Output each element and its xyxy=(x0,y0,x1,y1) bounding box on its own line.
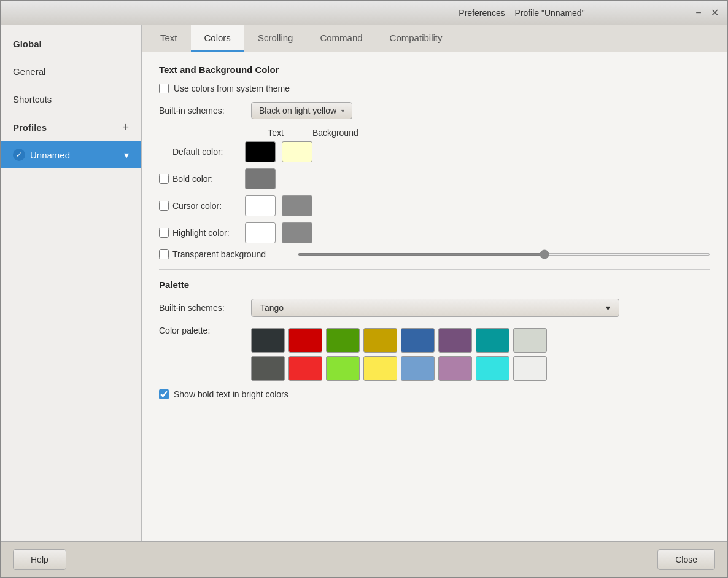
bold-color-checkbox[interactable] xyxy=(159,174,169,184)
bold-color-row: Bold color: xyxy=(159,168,710,189)
main-content: Global General Shortcuts Profiles + ✓ Un… xyxy=(1,25,727,541)
use-system-theme-checkbox[interactable] xyxy=(159,84,169,93)
palette-scheme-dropdown[interactable]: Tango ▾ xyxy=(251,299,619,317)
sidebar: Global General Shortcuts Profiles + ✓ Un… xyxy=(1,25,142,541)
palette-swatch-9[interactable] xyxy=(288,356,322,381)
bold-color-label: Bold color: xyxy=(159,174,239,184)
main-window: Preferences – Profile "Unnamed" − ✕ Glob… xyxy=(0,0,728,578)
tab-content-colors: Text and Background Color Use colors fro… xyxy=(142,52,727,541)
palette-color-label: Color palette: xyxy=(159,326,245,335)
tab-text[interactable]: Text xyxy=(147,25,191,52)
window-title: Preferences – Profile "Unnamed" xyxy=(350,8,693,18)
transparency-slider[interactable] xyxy=(298,253,710,256)
palette-swatch-7[interactable] xyxy=(513,328,547,353)
titlebar-controls: − ✕ xyxy=(693,7,720,18)
sidebar-item-unnamed[interactable]: ✓ Unnamed ▾ xyxy=(1,141,141,168)
cursor-color-label: Cursor color: xyxy=(159,201,239,211)
help-button[interactable]: Help xyxy=(13,549,66,570)
sidebar-item-general[interactable]: General xyxy=(1,58,141,85)
highlight-color-checkbox[interactable] xyxy=(159,228,169,238)
show-bold-label: Show bold text in bright colors xyxy=(174,389,288,399)
palette-built-in-label: Built-in schemes: xyxy=(159,303,245,313)
profiles-label: Profiles xyxy=(13,122,47,133)
show-bold-checkbox[interactable] xyxy=(159,389,169,399)
tab-compatibility[interactable]: Compatibility xyxy=(376,25,456,52)
highlight-bg-color-swatch[interactable] xyxy=(282,222,312,243)
profile-checkmark: ✓ xyxy=(13,149,25,161)
built-in-schemes-label: Built-in schemes: xyxy=(159,106,245,115)
palette-swatch-12[interactable] xyxy=(401,356,435,381)
palette-row-1 xyxy=(251,328,547,353)
section-title-palette: Palette xyxy=(159,279,710,290)
palette-colors-row: Color palette: xyxy=(159,326,710,381)
profile-dropdown-icon[interactable]: ▾ xyxy=(124,149,129,161)
show-bold-row: Show bold text in bright colors xyxy=(159,389,710,399)
palette-swatch-0[interactable] xyxy=(251,328,285,353)
close-window-button[interactable]: ✕ xyxy=(709,7,720,18)
cursor-text-color-swatch[interactable] xyxy=(245,195,276,216)
default-color-row: Default color: xyxy=(159,141,710,162)
palette-swatch-2[interactable] xyxy=(326,328,360,353)
bottom-bar: Help Close xyxy=(1,541,727,577)
col-header-text: Text xyxy=(257,128,294,138)
section-title-text-bg: Text and Background Color xyxy=(159,64,710,75)
palette-swatch-6[interactable] xyxy=(476,328,509,353)
profile-name: Unnamed xyxy=(30,150,119,160)
add-profile-button[interactable]: + xyxy=(122,122,129,133)
cursor-color-row: Cursor color: xyxy=(159,195,710,216)
built-in-schemes-row: Built-in schemes: Black on light yellow … xyxy=(159,102,710,119)
color-column-headers: Text Background xyxy=(257,128,710,138)
tab-colors[interactable]: Colors xyxy=(191,25,244,52)
palette-swatch-14[interactable] xyxy=(476,356,509,381)
use-system-theme-row: Use colors from system theme xyxy=(159,84,710,93)
default-text-color-swatch[interactable] xyxy=(245,141,276,162)
palette-swatch-10[interactable] xyxy=(326,356,360,381)
tab-scrolling[interactable]: Scrolling xyxy=(244,25,307,52)
palette-swatch-11[interactable] xyxy=(363,356,397,381)
highlight-color-label: Highlight color: xyxy=(159,228,239,238)
palette-swatch-8[interactable] xyxy=(251,356,285,381)
cursor-color-checkbox[interactable] xyxy=(159,201,169,211)
titlebar: Preferences – Profile "Unnamed" − ✕ xyxy=(1,1,727,25)
minimize-button[interactable]: − xyxy=(693,7,704,18)
section-divider xyxy=(159,269,710,270)
highlight-text-color-swatch[interactable] xyxy=(245,222,276,243)
default-color-label: Default color: xyxy=(159,147,239,157)
tabs-bar: Text Colors Scrolling Command Compatibil… xyxy=(142,25,727,52)
palette-swatch-13[interactable] xyxy=(438,356,472,381)
use-system-theme-label: Use colors from system theme xyxy=(174,84,290,93)
palette-colors-grid xyxy=(251,328,547,381)
palette-swatch-15[interactable] xyxy=(513,356,547,381)
palette-swatch-5[interactable] xyxy=(438,328,472,353)
palette-swatch-3[interactable] xyxy=(363,328,397,353)
palette-row-2 xyxy=(251,356,547,381)
cursor-bg-color-swatch[interactable] xyxy=(282,195,312,216)
dropdown-arrow-icon: ▾ xyxy=(341,107,344,114)
default-bg-color-swatch[interactable] xyxy=(282,141,312,162)
tab-command[interactable]: Command xyxy=(306,25,376,52)
transparent-bg-row: Transparent background xyxy=(159,249,710,259)
col-header-bg: Background xyxy=(312,128,349,138)
palette-dropdown-arrow-icon: ▾ xyxy=(606,303,610,313)
transparent-bg-checkbox[interactable] xyxy=(159,249,169,259)
palette-built-in-row: Built-in schemes: Tango ▾ xyxy=(159,299,710,317)
built-in-scheme-dropdown[interactable]: Black on light yellow ▾ xyxy=(251,102,352,119)
palette-swatch-1[interactable] xyxy=(288,328,322,353)
content-area: Text Colors Scrolling Command Compatibil… xyxy=(142,25,727,541)
sidebar-item-global[interactable]: Global xyxy=(1,30,141,58)
sidebar-profiles-header: Profiles + xyxy=(1,113,141,141)
highlight-color-row: Highlight color: xyxy=(159,222,710,243)
sidebar-item-shortcuts[interactable]: Shortcuts xyxy=(1,85,141,113)
palette-swatch-4[interactable] xyxy=(401,328,435,353)
close-button[interactable]: Close xyxy=(657,549,715,570)
bold-color-swatch[interactable] xyxy=(245,168,276,189)
built-in-scheme-value: Black on light yellow xyxy=(259,106,336,115)
palette-scheme-value: Tango xyxy=(260,303,284,313)
transparent-bg-label: Transparent background xyxy=(159,249,282,259)
